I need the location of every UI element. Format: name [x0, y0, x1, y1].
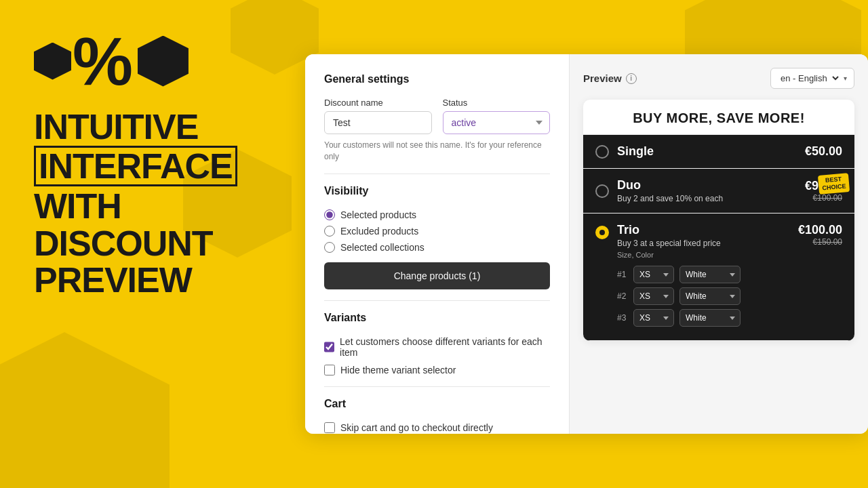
radio-selected-collections[interactable]: Selected collections — [324, 242, 550, 253]
checkbox-skip-cart[interactable]: Skip cart and go to checkout directly — [324, 422, 550, 433]
brand-line5: PREVIEW — [34, 262, 271, 299]
status-col: Status active inactive — [443, 98, 551, 134]
percent-slash: % — [73, 27, 133, 95]
discount-name-status-row: Discount name Status active inactive — [324, 98, 550, 134]
change-products-button[interactable]: Change products (1) — [324, 262, 550, 289]
trio-attrs: Size, Color — [617, 251, 790, 259]
trio-variants-area: #1 XSSML WhiteBlackRed #2 XSSML — [617, 266, 790, 327]
variant-size-1[interactable]: XSSML — [633, 266, 674, 283]
bundle-radio-duo — [595, 184, 609, 198]
bundle-headline: BUY MORE, SAVE MORE! — [583, 100, 854, 135]
variant-size-3[interactable]: XSSML — [633, 309, 674, 327]
trio-name: Trio — [617, 223, 790, 237]
general-settings-title: General settings — [324, 73, 550, 85]
variant-color-2[interactable]: WhiteBlackRed — [679, 287, 741, 305]
visibility-radio-group: Selected products Excluded products Sele… — [324, 209, 550, 253]
hex-icon-large — [138, 36, 189, 87]
brand-line4: DISCOUNT — [34, 225, 271, 262]
brand-line2: INTERFACE — [34, 146, 237, 187]
radio-selected-products[interactable]: Selected products — [324, 209, 550, 220]
variants-title: Variants — [324, 312, 550, 324]
status-label: Status — [443, 98, 551, 108]
trio-radio-wrapper — [595, 223, 609, 239]
cart-title: Cart — [324, 398, 550, 410]
bundle-name-duo: Duo Buy 2 and save 10% on each — [617, 178, 797, 203]
radio-excluded-products-label: Excluded products — [340, 226, 418, 237]
visibility-section: Visibility Selected products Excluded pr… — [324, 185, 550, 289]
duo-name: Duo — [617, 178, 797, 192]
discount-name-input[interactable] — [324, 111, 432, 134]
divider-1 — [324, 174, 550, 174]
skip-cart-label: Skip cart and go to checkout directly — [340, 422, 493, 433]
variant-num-3: #3 — [617, 313, 628, 323]
variant-row-3: #3 XSSML WhiteBlackRed — [617, 309, 790, 327]
percent-icon-area: % — [34, 27, 271, 95]
bundle-radio-trio — [595, 226, 609, 239]
bundle-name-single: Single — [617, 144, 797, 159]
preview-header: Preview i en - English fr - French de - … — [583, 68, 854, 89]
visibility-title: Visibility — [324, 185, 550, 197]
info-icon[interactable]: i — [626, 73, 637, 84]
preview-label: Preview — [583, 73, 622, 84]
different-variants-label: Let customers choose different variants … — [340, 336, 550, 358]
radio-selected-collections-label: Selected collections — [340, 242, 425, 253]
variant-row-1: #1 XSSML WhiteBlackRed — [617, 266, 790, 283]
duo-desc: Buy 2 and save 10% on each — [617, 194, 797, 203]
preview-title-area: Preview i — [583, 73, 637, 84]
brand-line3: WITH — [34, 188, 271, 225]
divider-3 — [324, 386, 550, 387]
best-choice-badge: BESTCHOICE — [818, 173, 850, 194]
cart-section: Cart Skip cart and go to checkout direct… — [324, 398, 550, 433]
duo-original-price: €100.00 — [805, 193, 842, 203]
variant-num-1: #1 — [617, 270, 628, 279]
cart-checkbox-group: Skip cart and go to checkout directly — [324, 422, 550, 433]
status-select[interactable]: active inactive — [443, 111, 551, 134]
language-selector-wrapper[interactable]: en - English fr - French de - German ▾ — [770, 68, 854, 89]
bundle-price-single: €50.00 — [805, 144, 842, 159]
settings-pane: General settings Discount name Status ac… — [305, 54, 570, 434]
bundle-price-trio: €100.00 €150.00 — [798, 223, 842, 247]
checkbox-hide-theme-selector[interactable]: Hide theme variant selector — [324, 365, 550, 375]
radio-selected-products-label: Selected products — [340, 209, 416, 220]
discount-name-label: Discount name — [324, 98, 432, 108]
variant-color-1[interactable]: WhiteBlackRed — [679, 266, 741, 283]
discount-name-helper: Your customers will not see this name. I… — [324, 140, 550, 163]
bundle-option-trio[interactable]: Trio Buy 3 at a special fixed price Size… — [583, 214, 854, 341]
main-panel: General settings Discount name Status ac… — [305, 54, 868, 434]
variant-size-2[interactable]: XSSML — [633, 287, 674, 305]
variants-section: Variants Let customers choose different … — [324, 312, 550, 375]
language-select[interactable]: en - English fr - French de - German — [778, 73, 841, 84]
brand-line1: INTUITIVE — [34, 108, 271, 146]
hide-theme-selector-label: Hide theme variant selector — [340, 365, 456, 375]
variants-checkbox-group: Let customers choose different variants … — [324, 336, 550, 375]
bundle-option-single[interactable]: Single €50.00 — [583, 135, 854, 169]
variant-num-2: #2 — [617, 291, 628, 301]
variant-row-2: #2 XSSML WhiteBlackRed — [617, 287, 790, 305]
bundle-option-duo[interactable]: Duo Buy 2 and save 10% on each €90.00 €1… — [583, 169, 854, 214]
single-name: Single — [617, 144, 797, 159]
discount-name-col: Discount name — [324, 98, 432, 134]
left-brand: % INTUITIVE INTERFACE WITH DISCOUNT PREV… — [0, 0, 305, 488]
trio-original-price: €150.00 — [798, 237, 842, 247]
preview-pane: Preview i en - English fr - French de - … — [570, 54, 868, 434]
trio-current-price: €100.00 — [798, 223, 842, 237]
single-current-price: €50.00 — [805, 144, 842, 159]
bundle-name-trio: Trio Buy 3 at a special fixed price Size… — [617, 223, 790, 331]
variant-color-3[interactable]: WhiteBlackRed — [679, 309, 741, 327]
lang-chevron-icon: ▾ — [844, 75, 847, 82]
radio-excluded-products[interactable]: Excluded products — [324, 226, 550, 237]
checkbox-different-variants[interactable]: Let customers choose different variants … — [324, 336, 550, 358]
bundle-widget: BUY MORE, SAVE MORE! Single €50.00 Duo B… — [583, 100, 854, 341]
trio-desc: Buy 3 at a special fixed price — [617, 239, 790, 248]
hex-icon-small — [34, 43, 71, 80]
bundle-radio-single — [595, 145, 609, 159]
divider-2 — [324, 300, 550, 301]
brand-text: INTUITIVE INTERFACE WITH DISCOUNT PREVIE… — [34, 108, 271, 299]
